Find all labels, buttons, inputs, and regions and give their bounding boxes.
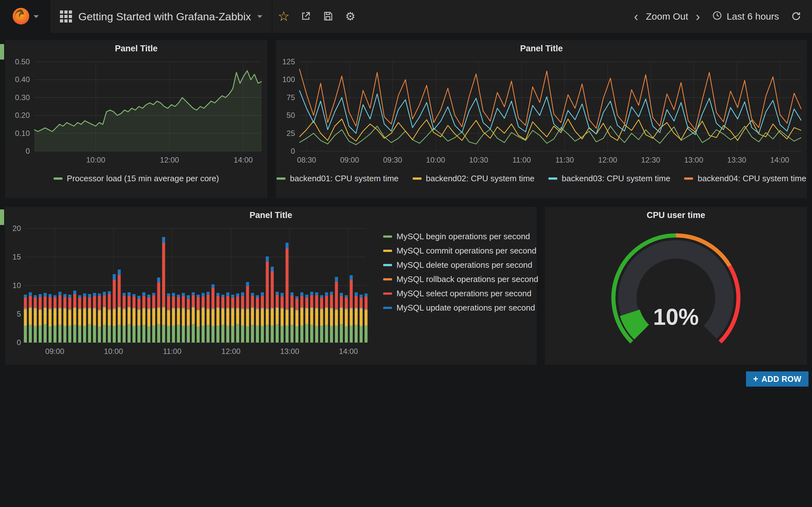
legend-item[interactable]: MySQL rollback operations per second — [383, 274, 538, 284]
grafana-menu-caret-icon — [34, 15, 39, 18]
dashboard-title: Getting Started with Grafana-Zabbix — [78, 10, 251, 23]
svg-text:125: 125 — [282, 57, 295, 66]
time-shift-forward-button[interactable]: › — [692, 9, 705, 24]
legend-swatch — [383, 264, 392, 266]
legend-item[interactable]: backend04: CPU system time — [684, 174, 806, 183]
svg-text:0: 0 — [291, 147, 295, 155]
svg-text:09:00: 09:00 — [340, 156, 359, 164]
mysql-operations-chart[interactable]: 0510152009:0010:0011:0012:0013:0014:00 — [5, 223, 372, 360]
time-shift-back-button[interactable]: ‹ — [629, 9, 643, 24]
svg-text:20: 20 — [12, 224, 21, 233]
svg-text:11:30: 11:30 — [555, 156, 574, 164]
zoom-out-button[interactable]: Zoom Out — [644, 11, 690, 22]
legend-item[interactable]: Processor load (15 min average per core) — [54, 174, 219, 183]
add-row-label: ADD ROW — [762, 375, 802, 384]
svg-text:0.30: 0.30 — [15, 93, 30, 102]
svg-text:0.50: 0.50 — [15, 57, 30, 66]
cpu-user-time-gauge[interactable]: 10% — [545, 223, 807, 363]
row-toggle-handle[interactable] — [0, 44, 4, 60]
time-range-label: Last 6 hours — [727, 11, 779, 22]
gauge-value: 10% — [545, 305, 807, 328]
legend-item[interactable]: backend02: CPU system time — [413, 174, 535, 183]
dashboard-selector[interactable]: Getting Started with Grafana-Zabbix — [50, 0, 272, 33]
dashboard-grid-icon — [60, 10, 72, 22]
legend-item[interactable]: backend03: CPU system time — [548, 174, 670, 183]
svg-text:14:00: 14:00 — [339, 347, 358, 355]
dashboard-caret-icon — [257, 15, 262, 18]
legend-label: backend02: CPU system time — [426, 174, 535, 183]
legend-label: backend01: CPU system time — [290, 174, 398, 183]
settings-button[interactable]: ⚙ — [339, 0, 361, 33]
svg-text:10:00: 10:00 — [426, 156, 445, 164]
svg-text:10:00: 10:00 — [86, 156, 105, 164]
svg-text:12:00: 12:00 — [598, 156, 617, 164]
svg-text:0: 0 — [17, 338, 21, 347]
svg-text:09:00: 09:00 — [45, 347, 64, 355]
panel-title[interactable]: Panel Title — [5, 207, 537, 223]
share-button[interactable] — [295, 0, 317, 33]
legend-swatch — [383, 292, 392, 295]
svg-text:100: 100 — [282, 75, 295, 83]
legend-item[interactable]: MySQL delete operations per second — [383, 260, 532, 270]
star-icon: ☆ — [277, 10, 290, 23]
legend-label: MySQL commit operations per second — [397, 246, 537, 256]
svg-text:12:30: 12:30 — [641, 156, 660, 164]
svg-text:11:00: 11:00 — [163, 347, 182, 355]
legend-label: MySQL delete operations per second — [397, 260, 532, 270]
grafana-menu[interactable] — [0, 0, 50, 33]
star-button[interactable]: ☆ — [272, 0, 295, 33]
svg-text:08:30: 08:30 — [297, 156, 316, 164]
panel-title[interactable]: Panel Title — [5, 40, 267, 57]
panel-title[interactable]: CPU user time — [545, 207, 807, 223]
svg-text:50: 50 — [287, 111, 295, 119]
chevron-right-icon: › — [696, 9, 700, 23]
legend-swatch — [54, 177, 62, 180]
svg-text:15: 15 — [12, 252, 21, 261]
navbar: Getting Started with Grafana-Zabbix ☆ ⚙ — [0, 0, 812, 33]
legend-item[interactable]: MySQL update operations per second — [383, 303, 535, 313]
legend-item[interactable]: MySQL select operations per second — [383, 289, 531, 298]
svg-text:10:30: 10:30 — [469, 156, 488, 164]
panel-title[interactable]: Panel Title — [276, 40, 807, 57]
legend-swatch — [684, 177, 693, 180]
svg-text:14:00: 14:00 — [770, 156, 789, 164]
row-toggle-handle[interactable] — [0, 210, 4, 225]
panel-cpu-user-time: CPU user time 10% — [545, 207, 807, 365]
legend-item[interactable]: MySQL commit operations per second — [383, 246, 537, 256]
panel-processor-load: Panel Title 00.100.200.300.400.5010:0012… — [5, 40, 267, 198]
legend-item[interactable]: backend01: CPU system time — [276, 174, 398, 183]
time-range-button[interactable]: Last 6 hours — [706, 10, 785, 23]
clock-icon — [712, 10, 722, 23]
refresh-button[interactable] — [786, 11, 806, 22]
plus-icon: + — [753, 374, 758, 384]
legend-item[interactable]: MySQL begin operations per second — [383, 232, 530, 241]
navbar-time-controls: ‹ Zoom Out › Last 6 hours — [629, 9, 812, 24]
legend-label: backend03: CPU system time — [562, 174, 670, 183]
svg-text:0.40: 0.40 — [15, 75, 30, 83]
legend-swatch — [413, 177, 421, 180]
processor-load-chart[interactable]: 00.100.200.300.400.5010:0012:0014:00 — [5, 57, 267, 168]
save-button[interactable] — [317, 0, 339, 33]
refresh-icon — [791, 17, 801, 22]
legend-label: MySQL begin operations per second — [397, 232, 530, 241]
svg-text:75: 75 — [287, 93, 295, 102]
legend-label: Processor load (15 min average per core) — [67, 174, 219, 183]
svg-text:13:00: 13:00 — [280, 347, 299, 355]
chevron-left-icon: ‹ — [634, 9, 638, 23]
gear-icon: ⚙ — [345, 11, 355, 22]
legend-label: MySQL rollback operations per second — [397, 274, 538, 284]
add-row-button[interactable]: + ADD ROW — [746, 372, 809, 387]
legend-swatch — [383, 307, 392, 309]
svg-text:12:00: 12:00 — [221, 347, 241, 355]
svg-text:11:00: 11:00 — [512, 156, 531, 164]
legend-swatch — [383, 235, 392, 238]
svg-text:0.10: 0.10 — [15, 129, 30, 137]
panel-cpu-system-time: Panel Title 025507510012508:3009:0009:30… — [276, 40, 807, 198]
processor-load-legend: Processor load (15 min average per core) — [5, 168, 267, 188]
svg-text:13:00: 13:00 — [684, 156, 703, 164]
svg-text:12:00: 12:00 — [160, 156, 179, 164]
svg-text:25: 25 — [287, 129, 295, 137]
svg-text:0: 0 — [26, 147, 30, 155]
cpu-system-time-chart[interactable]: 025507510012508:3009:0009:3010:0010:3011… — [276, 57, 807, 168]
mysql-operations-legend: MySQL begin operations per secondMySQL c… — [372, 223, 538, 360]
